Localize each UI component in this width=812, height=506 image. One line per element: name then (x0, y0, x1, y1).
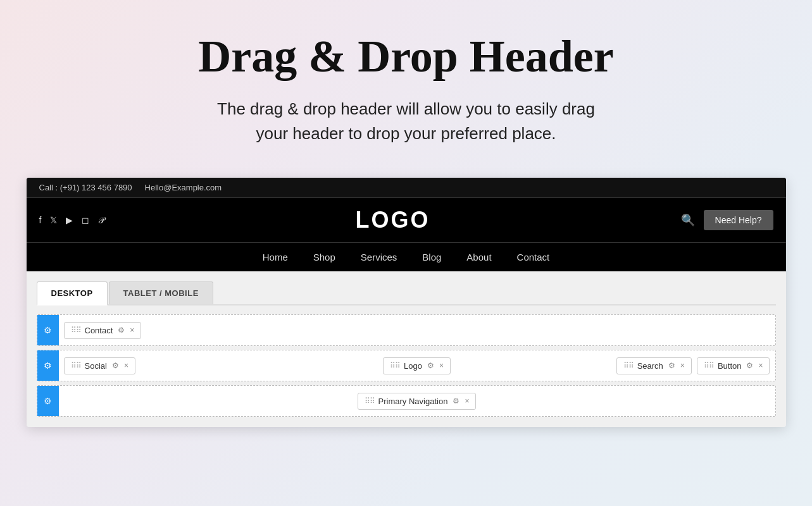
editor-row-2: ⚙ ⠿⠿ Social ⚙ × ⠿⠿ Logo ⚙ × (37, 350, 776, 381)
header-search-icon[interactable]: 🔍 (681, 213, 695, 227)
twitter-icon[interactable]: 𝕏 (50, 215, 57, 225)
search-close-icon[interactable]: × (680, 361, 685, 370)
header-nav: Home Shop Services Blog About Contact (27, 242, 786, 271)
row1-content: ⠿⠿ Contact ⚙ × (59, 318, 775, 343)
contact-chip[interactable]: ⠿⠿ Contact ⚙ × (64, 322, 142, 339)
logo-chip-label: Logo (404, 361, 422, 371)
row1-settings-button[interactable]: ⚙ (37, 315, 59, 345)
facebook-icon[interactable]: f (39, 215, 42, 225)
search-chip-label: Search (637, 361, 663, 371)
header-actions: 🔍 Need Help? (681, 210, 773, 230)
row2-center-col: ⠿⠿ Logo ⚙ × (297, 354, 536, 378)
nav-shop[interactable]: Shop (313, 252, 335, 262)
social-drag-handle: ⠿⠿ (71, 361, 81, 370)
primary-nav-settings-icon[interactable]: ⚙ (453, 397, 459, 405)
primary-nav-drag-handle: ⠿⠿ (365, 397, 375, 405)
need-help-button[interactable]: Need Help? (704, 210, 773, 230)
primary-nav-chip-label: Primary Navigation (378, 397, 448, 406)
contact-drag-handle: ⠿⠿ (71, 326, 81, 335)
header-top-bar: Call : (+91) 123 456 7890 Hello@Example.… (27, 178, 786, 198)
button-chip-label: Button (718, 361, 742, 371)
header-logo: LOGO (104, 207, 680, 233)
logo-drag-handle: ⠿⠿ (390, 361, 400, 370)
row2-settings-button[interactable]: ⚙ (37, 350, 59, 381)
social-icons-group: f 𝕏 ▶ ◻ 𝒫 (39, 215, 105, 226)
logo-settings-icon[interactable]: ⚙ (427, 361, 434, 370)
header-email: Hello@Example.com (145, 183, 222, 192)
tab-desktop[interactable]: DESKTOP (37, 281, 108, 305)
header-preview: Call : (+91) 123 456 7890 Hello@Example.… (27, 178, 786, 271)
editor-row-1: ⚙ ⠿⠿ Contact ⚙ × (37, 314, 776, 346)
button-drag-handle: ⠿⠿ (704, 361, 714, 370)
editor-rows: ⚙ ⠿⠿ Contact ⚙ × ⚙ ⠿⠿ Social (37, 314, 776, 417)
button-settings-icon[interactable]: ⚙ (746, 361, 753, 370)
search-drag-handle: ⠿⠿ (623, 361, 634, 370)
primary-navigation-chip[interactable]: ⠿⠿ Primary Navigation ⚙ × (358, 393, 477, 410)
preview-container: Call : (+91) 123 456 7890 Hello@Example.… (27, 178, 786, 427)
primary-nav-close-icon[interactable]: × (465, 397, 469, 405)
tab-tablet-mobile[interactable]: TABLET / MOBILE (109, 281, 213, 304)
search-settings-icon[interactable]: ⚙ (668, 361, 675, 370)
nav-contact[interactable]: Contact (517, 252, 550, 262)
button-close-icon[interactable]: × (758, 361, 763, 370)
hero-title: Drag & Drop Header (134, 32, 678, 82)
social-chip[interactable]: ⠿⠿ Social ⚙ × (64, 357, 135, 374)
nav-home[interactable]: Home (263, 252, 288, 262)
contact-close-icon[interactable]: × (130, 326, 134, 335)
row3-right-col (536, 397, 775, 405)
nav-services[interactable]: Services (361, 252, 397, 262)
social-settings-icon[interactable]: ⚙ (112, 361, 119, 370)
logo-close-icon[interactable]: × (439, 361, 444, 370)
editor-row-3: ⚙ ⠿⠿ Primary Navigation ⚙ × (37, 385, 776, 417)
social-close-icon[interactable]: × (124, 361, 128, 370)
header-main-row: f 𝕏 ▶ ◻ 𝒫 LOGO 🔍 Need Help? (27, 198, 786, 242)
logo-chip[interactable]: ⠿⠿ Logo ⚙ × (383, 357, 451, 374)
row2-right-col: ⠿⠿ Search ⚙ × ⠿⠿ Button ⚙ × (536, 354, 775, 378)
contact-chip-label: Contact (85, 326, 113, 335)
nav-blog[interactable]: Blog (422, 252, 441, 262)
pinterest-icon[interactable]: 𝒫 (98, 215, 104, 226)
contact-settings-icon[interactable]: ⚙ (118, 326, 125, 335)
row3-settings-button[interactable]: ⚙ (37, 386, 59, 416)
instagram-icon[interactable]: ◻ (82, 215, 89, 225)
editor-section: DESKTOP TABLET / MOBILE ⚙ ⠿⠿ Contact ⚙ × (27, 271, 786, 427)
row3-center-col: ⠿⠿ Primary Navigation ⚙ × (297, 389, 536, 414)
hero-section: Drag & Drop Header The drag & drop heade… (122, 0, 691, 165)
header-phone: Call : (+91) 123 456 7890 (39, 183, 132, 192)
nav-about[interactable]: About (466, 252, 491, 262)
social-chip-label: Social (85, 361, 107, 371)
search-chip[interactable]: ⠿⠿ Search ⚙ × (616, 357, 692, 374)
row3-left-col (59, 397, 297, 405)
editor-tabs: DESKTOP TABLET / MOBILE (37, 281, 776, 305)
row2-left-col: ⠿⠿ Social ⚙ × (59, 354, 297, 378)
youtube-icon[interactable]: ▶ (66, 215, 73, 225)
hero-description: The drag & drop header will allow you to… (134, 97, 678, 146)
button-chip[interactable]: ⠿⠿ Button ⚙ × (697, 357, 770, 374)
